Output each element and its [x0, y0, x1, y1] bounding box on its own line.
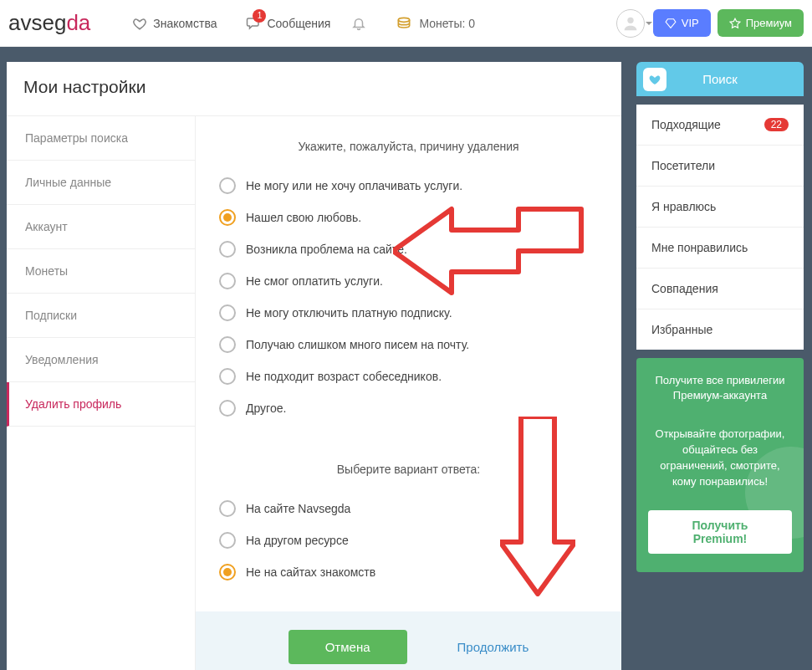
radio-icon [219, 273, 236, 289]
reason-option-7[interactable]: Другое. [219, 392, 598, 424]
sidebar-item-delete-profile[interactable]: Удалить профиль [7, 382, 195, 427]
nav-notifications[interactable] [351, 16, 366, 31]
logo[interactable]: avsegda [8, 10, 90, 36]
settings-panel: Мои настройки Параметры поиска Личные да… [7, 62, 621, 670]
reason-label: Нашел свою любовь. [246, 211, 361, 224]
main: Мои настройки Параметры поиска Личные да… [0, 47, 812, 670]
vip-label: VIP [682, 17, 699, 29]
settings-sidebar: Параметры поиска Личные данные Аккаунт М… [7, 115, 195, 670]
source-heading: Выберите вариант ответа: [196, 439, 621, 493]
right-list: Подходящие22 Посетители Я нравлюсь Мне п… [636, 105, 804, 350]
right-item-visitors[interactable]: Посетители [636, 146, 804, 187]
reason-label: Другое. [246, 401, 286, 415]
right-item-matches[interactable]: Подходящие22 [636, 105, 804, 146]
premium-button[interactable]: Премиум [718, 9, 804, 37]
reason-option-6[interactable]: Не подходит возраст собеседников. [219, 361, 598, 392]
right-panel: Поиск Подходящие22 Посетители Я нравлюсь… [636, 62, 804, 670]
source-option-0[interactable]: На сайте Navsegda [219, 493, 598, 524]
page-title: Мои настройки [7, 62, 621, 115]
person-icon [621, 14, 640, 33]
cancel-button[interactable]: Отмена [289, 630, 407, 664]
diamond-icon [665, 18, 677, 29]
premium-label: Премиум [746, 17, 792, 29]
radio-icon [219, 532, 236, 549]
vip-button[interactable]: VIP [653, 9, 711, 37]
source-label: Не на сайтах знакомств [246, 565, 375, 579]
radio-icon [219, 500, 236, 517]
source-label: На сайте Navsegda [246, 502, 350, 515]
search-tab[interactable]: Поиск [636, 62, 804, 96]
right-item-label: Подходящие [651, 118, 721, 131]
sidebar-item-account[interactable]: Аккаунт [7, 205, 195, 249]
radio-icon [219, 177, 236, 194]
right-item-badge: 22 [764, 118, 789, 131]
settings-body: Параметры поиска Личные данные Аккаунт М… [7, 115, 621, 670]
reason-option-1[interactable]: Нашел свою любовь. [219, 202, 598, 233]
header: avsegda Знакомства 1 Сообщения Монеты: 0… [0, 0, 812, 47]
reason-option-2[interactable]: Возникла проблема на сайте. [219, 233, 598, 265]
sidebar-item-coins[interactable]: Монеты [7, 249, 195, 294]
hearts-icon [132, 16, 147, 31]
svg-point-0 [399, 18, 410, 22]
logo-text-1: avseg [8, 10, 66, 35]
reason-option-3[interactable]: Не смог оплатить услуги. [219, 265, 598, 297]
nav-dating-label: Знакомства [153, 17, 217, 30]
logo-text-2: da [66, 10, 90, 35]
right-item-favorites[interactable]: Избранные [636, 309, 804, 350]
sidebar-item-personal[interactable]: Личные данные [7, 161, 195, 205]
radio-icon [219, 241, 236, 258]
nav: Знакомства 1 Сообщения Монеты: 0 [132, 15, 607, 32]
radio-icon [219, 336, 236, 353]
radio-icon [219, 564, 236, 580]
search-tab-label: Поиск [702, 72, 738, 86]
reason-label: Не могу или не хочу оплачивать услуги. [246, 179, 462, 192]
promo-title: Получите все привилегии Премиум-аккаунта [648, 373, 792, 403]
reason-label: Не смог оплатить услуги. [246, 274, 383, 288]
right-item-label: Посетители [651, 159, 715, 172]
avatar-menu[interactable] [616, 9, 645, 38]
right-item-label: Я нравлюсь [651, 200, 716, 213]
reason-label: Получаю слишком много писем на почту. [246, 338, 469, 351]
nav-messages[interactable]: 1 Сообщения [246, 16, 330, 31]
star-icon [729, 18, 741, 29]
right-item-label: Совпадения [651, 282, 718, 295]
source-label: На другом ресурсе [246, 534, 349, 547]
sidebar-item-subscriptions[interactable]: Подписки [7, 294, 195, 338]
source-option-2[interactable]: Не на сайтах знакомств [219, 556, 598, 588]
source-option-1[interactable]: На другом ресурсе [219, 524, 598, 556]
radio-icon [219, 209, 236, 226]
coins-icon [396, 15, 412, 32]
source-list: На сайте Navsegda На другом ресурсе Не н… [196, 493, 621, 603]
reason-list: Не могу или не хочу оплачивать услуги. Н… [196, 170, 621, 439]
sidebar-item-notifications[interactable]: Уведомления [7, 338, 195, 382]
delete-form: Укажите, пожалуйста, причину удаления Не… [195, 115, 621, 670]
radio-icon [219, 368, 236, 385]
nav-coins[interactable]: Монеты: 0 [396, 15, 475, 32]
radio-icon [219, 304, 236, 321]
right-item-label: Избранные [651, 323, 712, 336]
reason-option-4[interactable]: Не могу отключить платную подписку. [219, 297, 598, 329]
reason-option-5[interactable]: Получаю слишком много писем на почту. [219, 329, 598, 361]
nav-messages-label: Сообщения [267, 17, 330, 30]
radio-icon [219, 400, 236, 417]
heart-icon [643, 68, 666, 91]
premium-promo: Получите все привилегии Премиум-аккаунта… [636, 358, 804, 572]
sidebar-item-search-params[interactable]: Параметры поиска [7, 116, 195, 161]
reason-label: Не могу отключить платную подписку. [246, 306, 452, 320]
reason-label: Возникла проблема на сайте. [246, 243, 407, 256]
nav-dating[interactable]: Знакомства [132, 16, 217, 31]
right-item-i-liked[interactable]: Мне понравились [636, 228, 804, 269]
reason-option-0[interactable]: Не могу или не хочу оплачивать услуги. [219, 170, 598, 202]
form-footer: Отмена Продолжить [196, 611, 621, 670]
right-item-label: Мне понравились [651, 241, 748, 254]
bell-icon [351, 16, 366, 31]
coins-label: Монеты: 0 [419, 17, 475, 30]
right-item-likes-me[interactable]: Я нравлюсь [636, 187, 804, 228]
continue-button[interactable]: Продолжить [457, 630, 529, 664]
reason-label: Не подходит возраст собеседников. [246, 370, 442, 383]
reason-heading: Укажите, пожалуйста, причину удаления [196, 116, 621, 170]
messages-badge: 1 [253, 9, 266, 23]
svg-point-1 [627, 17, 633, 23]
right-item-mutual[interactable]: Совпадения [636, 269, 804, 309]
